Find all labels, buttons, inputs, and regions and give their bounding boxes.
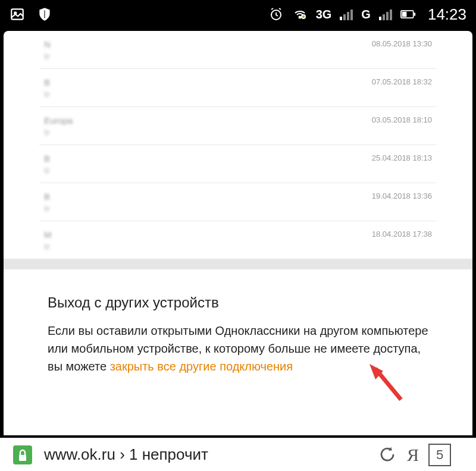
session-row[interactable]: B ip 19.04.2018 13:36	[39, 183, 437, 221]
battery-icon	[400, 7, 416, 22]
session-name: N	[44, 39, 51, 49]
svg-rect-6	[402, 12, 407, 17]
svg-point-3	[299, 17, 300, 18]
yandex-icon[interactable]: Я	[407, 445, 419, 465]
svg-rect-10	[19, 455, 26, 461]
status-bar-left	[10, 7, 52, 22]
session-row[interactable]: N ip 08.05.2018 13:30	[39, 31, 437, 69]
tabs-button[interactable]: 5	[428, 444, 451, 466]
network-g-label: G	[361, 8, 371, 21]
session-sub: ip	[44, 90, 50, 98]
clock-time: 14:23	[428, 5, 466, 24]
signal-bars-icon-2	[379, 8, 392, 20]
status-bar-right: 3G G 14:23	[268, 5, 466, 24]
session-sub: ip	[44, 242, 52, 250]
exit-title: Выход с других устройств	[48, 294, 428, 311]
session-name: Europa	[44, 115, 73, 125]
alarm-icon	[268, 7, 284, 22]
session-name: B	[44, 77, 50, 87]
reload-icon[interactable]	[378, 445, 397, 464]
url-area[interactable]: www.ok.ru › 1 непрочит	[44, 445, 369, 464]
session-date: 07.05.2018 18:32	[372, 77, 432, 86]
close-connections-link[interactable]: закрыть все другие подключения	[110, 360, 293, 373]
gallery-icon	[10, 7, 25, 22]
svg-point-4	[302, 15, 305, 18]
session-date: 18.04.2018 17:38	[372, 230, 432, 238]
session-date: 08.05.2018 13:30	[372, 39, 432, 48]
session-name: M	[44, 230, 52, 240]
session-row[interactable]: B ip 07.05.2018 18:32	[39, 69, 437, 107]
sessions-list: N ip 08.05.2018 13:30 B ip 07.05.2018 18…	[39, 31, 437, 259]
session-name: B	[44, 153, 50, 164]
session-row[interactable]: M ip 18.04.2018 17:38	[39, 221, 437, 259]
session-date: 25.04.2018 18:13	[372, 153, 432, 162]
session-sub: ip	[44, 52, 51, 60]
network-3g-label: 3G	[316, 8, 332, 21]
lock-icon[interactable]	[11, 443, 35, 467]
session-name: B	[44, 191, 50, 202]
session-date: 03.05.2018 18:10	[372, 115, 432, 124]
session-sub: ip	[44, 204, 50, 212]
shield-icon	[37, 7, 52, 22]
tabs-count: 5	[436, 447, 443, 463]
session-row[interactable]: B ip 25.04.2018 18:13	[39, 145, 437, 183]
session-sub: ip	[44, 128, 73, 136]
signal-bars-icon	[340, 8, 353, 20]
url-text: www.ok.ru › 1 непрочит	[44, 445, 208, 464]
session-sub: ip	[44, 166, 50, 174]
session-row[interactable]: Europa ip 03.05.2018 18:10	[39, 107, 437, 145]
annotation-arrow-icon	[367, 364, 414, 414]
wifi-icon	[292, 7, 308, 22]
browser-bar: www.ok.ru › 1 непрочит Я 5	[0, 438, 476, 471]
status-bar: 3G G 14:23	[0, 0, 476, 29]
session-date: 19.04.2018 13:36	[372, 191, 432, 200]
svg-rect-7	[414, 12, 415, 15]
